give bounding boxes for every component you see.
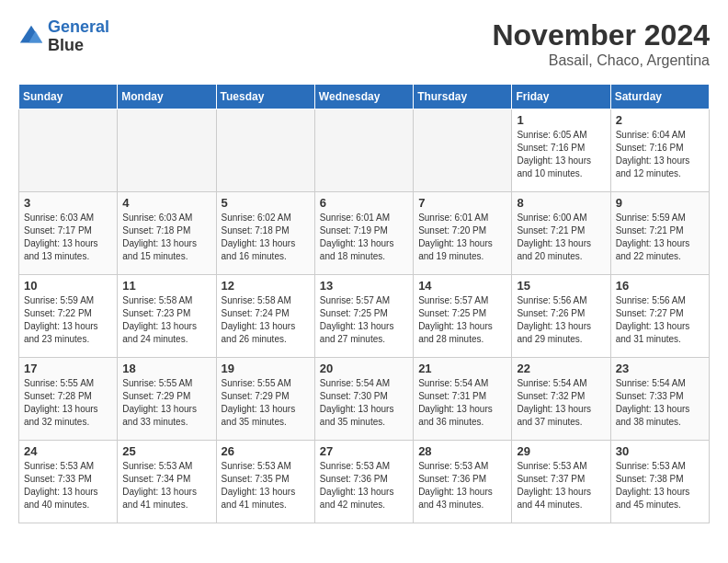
day-info: Sunrise: 5:55 AM Sunset: 7:28 PM Dayligh… [24, 377, 112, 429]
day-info: Sunrise: 5:56 AM Sunset: 7:27 PM Dayligh… [616, 294, 704, 346]
calendar-cell: 13Sunrise: 5:57 AM Sunset: 7:25 PM Dayli… [314, 275, 413, 358]
day-info: Sunrise: 5:53 AM Sunset: 7:37 PM Dayligh… [517, 460, 605, 511]
day-info: Sunrise: 5:54 AM Sunset: 7:33 PM Dayligh… [616, 377, 704, 429]
day-info: Sunrise: 5:56 AM Sunset: 7:26 PM Dayligh… [517, 294, 605, 346]
day-number: 16 [616, 279, 704, 293]
day-header-saturday: Saturday [610, 85, 709, 109]
week-row-1: 3Sunrise: 6:03 AM Sunset: 7:17 PM Daylig… [19, 192, 710, 275]
day-header-sunday: Sunday [19, 85, 118, 109]
calendar-cell: 28Sunrise: 5:53 AM Sunset: 7:36 PM Dayli… [414, 441, 512, 523]
day-header-monday: Monday [118, 85, 216, 109]
day-number: 12 [222, 279, 310, 293]
day-info: Sunrise: 5:57 AM Sunset: 7:25 PM Dayligh… [418, 294, 506, 346]
day-number: 4 [122, 196, 210, 210]
logo: General Blue [18, 18, 109, 55]
day-number: 10 [24, 279, 112, 293]
day-info: Sunrise: 6:02 AM Sunset: 7:18 PM Dayligh… [222, 212, 310, 263]
calendar-body: 1Sunrise: 6:05 AM Sunset: 7:16 PM Daylig… [19, 109, 710, 523]
calendar-cell: 18Sunrise: 5:55 AM Sunset: 7:29 PM Dayli… [118, 358, 216, 441]
day-number: 20 [320, 362, 408, 375]
calendar-cell [118, 109, 216, 192]
calendar-cell: 23Sunrise: 5:54 AM Sunset: 7:33 PM Dayli… [610, 358, 709, 441]
day-header-wednesday: Wednesday [314, 85, 413, 109]
day-info: Sunrise: 6:01 AM Sunset: 7:19 PM Dayligh… [320, 212, 408, 263]
day-info: Sunrise: 5:53 AM Sunset: 7:38 PM Dayligh… [616, 460, 704, 511]
calendar-cell: 5Sunrise: 6:02 AM Sunset: 7:18 PM Daylig… [216, 192, 314, 275]
day-info: Sunrise: 5:55 AM Sunset: 7:29 PM Dayligh… [122, 377, 210, 429]
calendar-cell: 30Sunrise: 5:53 AM Sunset: 7:38 PM Dayli… [610, 441, 709, 523]
day-number: 5 [222, 196, 310, 210]
day-header-thursday: Thursday [414, 85, 512, 109]
day-number: 24 [24, 444, 112, 458]
week-row-4: 24Sunrise: 5:53 AM Sunset: 7:33 PM Dayli… [19, 441, 710, 523]
calendar-cell [314, 109, 413, 192]
calendar-table: SundayMondayTuesdayWednesdayThursdayFrid… [18, 84, 710, 523]
calendar-cell: 2Sunrise: 6:04 AM Sunset: 7:16 PM Daylig… [610, 109, 709, 192]
logo-icon [18, 24, 44, 50]
day-number: 8 [517, 196, 605, 210]
month-title: November 2024 [492, 18, 710, 52]
day-info: Sunrise: 6:00 AM Sunset: 7:21 PM Dayligh… [517, 212, 605, 263]
day-info: Sunrise: 5:59 AM Sunset: 7:22 PM Dayligh… [24, 294, 112, 346]
location-title: Basail, Chaco, Argentina [492, 52, 710, 69]
day-number: 3 [24, 196, 112, 210]
day-info: Sunrise: 5:53 AM Sunset: 7:33 PM Dayligh… [24, 460, 112, 511]
calendar-cell: 1Sunrise: 6:05 AM Sunset: 7:16 PM Daylig… [512, 109, 610, 192]
day-number: 19 [222, 362, 310, 375]
day-number: 2 [616, 113, 704, 127]
logo-name: General Blue [48, 18, 109, 55]
calendar-cell: 14Sunrise: 5:57 AM Sunset: 7:25 PM Dayli… [414, 275, 512, 358]
day-info: Sunrise: 5:54 AM Sunset: 7:32 PM Dayligh… [517, 377, 605, 429]
calendar-cell: 29Sunrise: 5:53 AM Sunset: 7:37 PM Dayli… [512, 441, 610, 523]
calendar-cell: 20Sunrise: 5:54 AM Sunset: 7:30 PM Dayli… [314, 358, 413, 441]
day-info: Sunrise: 6:05 AM Sunset: 7:16 PM Dayligh… [517, 129, 605, 180]
day-info: Sunrise: 6:03 AM Sunset: 7:17 PM Dayligh… [24, 212, 112, 263]
day-number: 13 [320, 279, 408, 293]
day-number: 21 [418, 362, 506, 375]
day-info: Sunrise: 5:53 AM Sunset: 7:36 PM Dayligh… [418, 460, 506, 511]
calendar-cell: 6Sunrise: 6:01 AM Sunset: 7:19 PM Daylig… [314, 192, 413, 275]
day-number: 25 [122, 444, 210, 458]
day-number: 22 [517, 362, 605, 375]
calendar-cell: 3Sunrise: 6:03 AM Sunset: 7:17 PM Daylig… [19, 192, 118, 275]
calendar-cell: 4Sunrise: 6:03 AM Sunset: 7:18 PM Daylig… [118, 192, 216, 275]
calendar-cell: 22Sunrise: 5:54 AM Sunset: 7:32 PM Dayli… [512, 358, 610, 441]
calendar-cell: 10Sunrise: 5:59 AM Sunset: 7:22 PM Dayli… [19, 275, 118, 358]
day-number: 6 [320, 196, 408, 210]
calendar-cell [216, 109, 314, 192]
day-info: Sunrise: 6:03 AM Sunset: 7:18 PM Dayligh… [122, 212, 210, 263]
calendar-cell: 11Sunrise: 5:58 AM Sunset: 7:23 PM Dayli… [118, 275, 216, 358]
day-info: Sunrise: 5:55 AM Sunset: 7:29 PM Dayligh… [222, 377, 310, 429]
day-info: Sunrise: 6:04 AM Sunset: 7:16 PM Dayligh… [616, 129, 704, 180]
calendar-cell: 25Sunrise: 5:53 AM Sunset: 7:34 PM Dayli… [118, 441, 216, 523]
day-number: 26 [222, 444, 310, 458]
day-number: 11 [122, 279, 210, 293]
day-info: Sunrise: 6:01 AM Sunset: 7:20 PM Dayligh… [418, 212, 506, 263]
week-row-3: 17Sunrise: 5:55 AM Sunset: 7:28 PM Dayli… [19, 358, 710, 441]
day-number: 27 [320, 444, 408, 458]
week-row-2: 10Sunrise: 5:59 AM Sunset: 7:22 PM Dayli… [19, 275, 710, 358]
day-header-friday: Friday [512, 85, 610, 109]
day-number: 14 [418, 279, 506, 293]
calendar-cell: 26Sunrise: 5:53 AM Sunset: 7:35 PM Dayli… [216, 441, 314, 523]
day-number: 18 [122, 362, 210, 375]
day-number: 29 [517, 444, 605, 458]
day-number: 9 [616, 196, 704, 210]
day-info: Sunrise: 5:58 AM Sunset: 7:23 PM Dayligh… [122, 294, 210, 346]
calendar-cell: 12Sunrise: 5:58 AM Sunset: 7:24 PM Dayli… [216, 275, 314, 358]
calendar-cell [414, 109, 512, 192]
day-number: 1 [517, 113, 605, 127]
day-info: Sunrise: 5:58 AM Sunset: 7:24 PM Dayligh… [222, 294, 310, 346]
calendar-cell: 19Sunrise: 5:55 AM Sunset: 7:29 PM Dayli… [216, 358, 314, 441]
week-row-0: 1Sunrise: 6:05 AM Sunset: 7:16 PM Daylig… [19, 109, 710, 192]
day-info: Sunrise: 5:59 AM Sunset: 7:21 PM Dayligh… [616, 212, 704, 263]
day-info: Sunrise: 5:54 AM Sunset: 7:31 PM Dayligh… [418, 377, 506, 429]
calendar-cell: 17Sunrise: 5:55 AM Sunset: 7:28 PM Dayli… [19, 358, 118, 441]
calendar-cell: 15Sunrise: 5:56 AM Sunset: 7:26 PM Dayli… [512, 275, 610, 358]
calendar-cell: 27Sunrise: 5:53 AM Sunset: 7:36 PM Dayli… [314, 441, 413, 523]
calendar-cell: 7Sunrise: 6:01 AM Sunset: 7:20 PM Daylig… [414, 192, 512, 275]
day-number: 15 [517, 279, 605, 293]
day-number: 28 [418, 444, 506, 458]
day-number: 23 [616, 362, 704, 375]
day-info: Sunrise: 5:57 AM Sunset: 7:25 PM Dayligh… [320, 294, 408, 346]
